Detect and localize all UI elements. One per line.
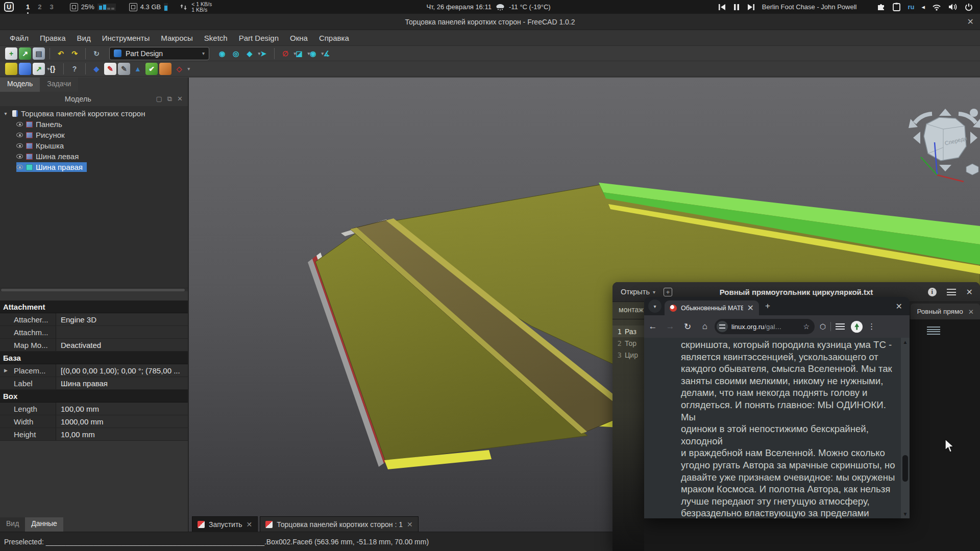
- editor-line[interactable]: 1Раз: [612, 325, 644, 337]
- menu-Sketch[interactable]: Sketch: [199, 32, 233, 44]
- site-settings-icon[interactable]: [717, 321, 728, 332]
- datum-plane-icon[interactable]: ▲: [132, 63, 144, 75]
- visibility-eye-icon[interactable]: [16, 154, 23, 159]
- menu-icon[interactable]: [947, 289, 956, 295]
- tree-root-item[interactable]: ▾Торцовка панелей коротких сторон: [0, 108, 188, 119]
- tree-item[interactable]: Крышка: [0, 140, 188, 151]
- validate-sketch-icon[interactable]: ✔: [145, 63, 158, 75]
- property-row[interactable]: Length100,00 mm: [0, 403, 188, 415]
- menu-Правка[interactable]: Правка: [34, 32, 71, 44]
- temperature[interactable]: -11 °C (-19°C): [509, 3, 551, 11]
- editor-close-icon[interactable]: ✕: [966, 287, 973, 297]
- clipboard-icon[interactable]: [893, 3, 900, 11]
- property-value[interactable]: 10,00 mm: [56, 428, 188, 440]
- body-icon[interactable]: ◆: [90, 63, 103, 75]
- collapse-icon[interactable]: ◂: [921, 3, 925, 11]
- workspace-2[interactable]: 2: [38, 3, 41, 11]
- nav-sphere-icon[interactable]: [970, 109, 978, 117]
- group-icon[interactable]: [19, 63, 31, 75]
- reload-icon[interactable]: ↻: [679, 321, 696, 332]
- editor-line[interactable]: 3Цир: [612, 349, 644, 361]
- media-controls-icon[interactable]: [836, 323, 845, 330]
- zoom-fit-icon[interactable]: ◉: [216, 47, 228, 60]
- open-button[interactable]: Открыть▾: [621, 288, 655, 296]
- property-row[interactable]: Attacher...Engine 3D: [0, 313, 188, 326]
- zoom-tools-icon[interactable]: ◉▾: [307, 47, 319, 60]
- freecad-titlebar[interactable]: Торцовка панелей коротких сторон - FreeC…: [0, 14, 980, 30]
- tree-item-selected[interactable]: Шина правая: [16, 162, 87, 172]
- new-document-button[interactable]: +: [664, 288, 672, 296]
- browser-menu-icon[interactable]: ⋮: [868, 322, 875, 331]
- bookmark-star-icon[interactable]: ☆: [803, 322, 810, 331]
- scroll-down-icon[interactable]: ▼: [901, 511, 910, 517]
- scroll-up-icon[interactable]: ▲: [901, 339, 910, 345]
- editor-tab-active[interactable]: Ровный прямо✕: [911, 304, 980, 319]
- property-value[interactable]: [56, 326, 188, 338]
- dock-tab-Задачи[interactable]: Задачи: [40, 78, 78, 92]
- power-icon[interactable]: [965, 3, 973, 11]
- property-value[interactable]: Deactivated: [56, 339, 188, 351]
- info-icon[interactable]: i: [928, 288, 937, 296]
- close-icon[interactable]: ✕: [967, 17, 974, 27]
- keyboard-layout[interactable]: ru: [908, 3, 914, 11]
- tab-close-icon[interactable]: ✕: [968, 308, 974, 316]
- property-value[interactable]: Шина правая: [56, 377, 188, 389]
- part-icon[interactable]: [5, 63, 17, 75]
- editor-line[interactable]: 2Тор: [612, 337, 644, 349]
- new-tab-icon[interactable]: +: [765, 301, 770, 311]
- isometric-view-icon[interactable]: ◆▾: [243, 47, 256, 60]
- address-bar[interactable]: linux.org.ru/gal… ☆: [715, 319, 815, 334]
- tree-item[interactable]: Шина левая: [0, 151, 188, 162]
- property-row[interactable]: Width1000,00 mm: [0, 415, 188, 428]
- workspace-switcher[interactable]: 123: [26, 3, 54, 11]
- dock-close-icon[interactable]: ✕: [177, 95, 183, 103]
- redo-icon[interactable]: ↷: [68, 47, 81, 60]
- home-icon[interactable]: ⌂: [696, 321, 714, 332]
- property-row[interactable]: Attachm...: [0, 326, 188, 339]
- bottom-tab-Данные[interactable]: Данные: [25, 517, 63, 532]
- shapebinder-icon[interactable]: [159, 63, 172, 75]
- property-editor[interactable]: AttachmentAttacher...Engine 3DAttachm...…: [0, 300, 188, 441]
- forward-icon[interactable]: →: [662, 321, 679, 332]
- macro-braces-icon[interactable]: {}: [46, 63, 59, 75]
- tree-item[interactable]: Шина правая: [0, 162, 188, 172]
- whats-this-icon[interactable]: ?: [68, 63, 81, 75]
- dropdown-arrow-icon[interactable]: ▾: [187, 66, 190, 71]
- tab-close-icon[interactable]: ✕: [407, 520, 413, 529]
- property-value[interactable]: 1000,00 mm: [56, 415, 188, 428]
- visibility-eye-icon[interactable]: [16, 133, 23, 137]
- wifi-icon[interactable]: [932, 4, 941, 11]
- property-group-Attachment[interactable]: Attachment: [0, 300, 188, 313]
- new-file-icon[interactable]: +: [5, 47, 17, 60]
- extensions-icon[interactable]: ⬡: [820, 322, 826, 331]
- map-sketch-icon[interactable]: ✎: [118, 63, 130, 75]
- menu-Part Design[interactable]: Part Design: [233, 32, 284, 44]
- undo-icon[interactable]: ↶: [55, 47, 67, 60]
- select-element-icon[interactable]: ➤: [257, 47, 270, 60]
- browser-tab[interactable]: Обыкновенный MATE — C ✕: [665, 300, 759, 315]
- menu-Инструменты[interactable]: Инструменты: [96, 32, 156, 44]
- draw-style-icon[interactable]: ∅▾: [279, 47, 291, 60]
- datum-point-icon[interactable]: ◇▾: [173, 63, 185, 75]
- back-icon[interactable]: ←: [644, 321, 662, 332]
- extension-icon[interactable]: [877, 3, 886, 11]
- dock-float-icon[interactable]: ⧉: [167, 95, 172, 103]
- property-row[interactable]: LabelШина правая: [0, 377, 188, 390]
- property-value[interactable]: Engine 3D: [56, 313, 188, 325]
- media-previous-icon[interactable]: [718, 4, 726, 11]
- model-tree[interactable]: ▾Торцовка панелей коротких сторонПанельР…: [0, 106, 188, 288]
- clock[interactable]: Чт, 26 февраля 16:11: [426, 3, 492, 11]
- caret-down-icon[interactable]: ▾: [2, 111, 9, 116]
- mdi-tab[interactable]: Запустить✕: [192, 516, 258, 532]
- property-value[interactable]: [(0,00 0,00 1,00); 0,00 °; (785,00 ...: [56, 364, 188, 377]
- mdi-tab[interactable]: Торцовка панелей коротких сторон : 1✕: [260, 516, 418, 532]
- refresh-icon[interactable]: ↻: [90, 47, 103, 60]
- property-row[interactable]: Placem...▶[(0,00 0,00 1,00); 0,00 °; (78…: [0, 364, 188, 377]
- measure-icon[interactable]: ∡: [321, 47, 333, 60]
- save-icon[interactable]: ▤: [33, 47, 45, 60]
- visibility-eye-icon[interactable]: [16, 122, 23, 127]
- visibility-eye-icon[interactable]: [16, 165, 23, 169]
- media-title[interactable]: Berlin Foot Chase - John Powell: [762, 3, 857, 11]
- workspace-3[interactable]: 3: [50, 3, 53, 11]
- volume-icon[interactable]: [948, 3, 958, 11]
